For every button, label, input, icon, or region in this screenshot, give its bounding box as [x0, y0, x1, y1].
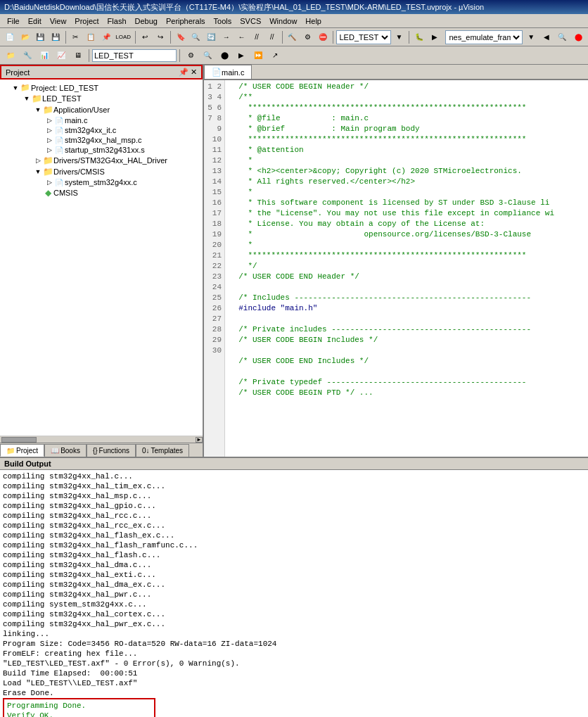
t2-btn1[interactable]: 📁: [3, 48, 18, 63]
tab-templates-icon: 0↓: [142, 447, 150, 455]
stop-debug-btn[interactable]: ⬤: [572, 30, 586, 45]
target-name-input[interactable]: [92, 49, 177, 62]
menu-item-flash[interactable]: Flash: [103, 15, 131, 27]
expand-cmsis-d[interactable]: ▼: [34, 168, 42, 175]
cut-btn[interactable]: ✂: [69, 30, 83, 45]
new-btn[interactable]: 📄: [3, 30, 17, 45]
menu-item-svcs[interactable]: SVCS: [236, 15, 265, 27]
tab-project-icon: 📁: [6, 447, 15, 455]
hal-driver-label: Drivers/STM32G4xx_HAL_Driver: [53, 156, 167, 165]
t2-btn4[interactable]: 📈: [53, 48, 69, 63]
search-back-btn[interactable]: ◀: [539, 30, 554, 45]
redo-btn[interactable]: ↪: [153, 30, 167, 45]
stop-btn[interactable]: ⛔: [316, 30, 330, 45]
comment-btn[interactable]: //: [250, 30, 264, 45]
expand-root[interactable]: ▼: [11, 84, 20, 91]
run-btn[interactable]: ▶: [428, 30, 442, 45]
tab-books[interactable]: 📖 Books: [44, 444, 87, 457]
sep3: [170, 31, 171, 44]
outdent-btn[interactable]: ←: [235, 30, 249, 45]
uncomment-btn[interactable]: //: [265, 30, 279, 45]
t2-btn6[interactable]: ⚙: [183, 48, 198, 63]
menu-item-tools[interactable]: Tools: [210, 15, 236, 27]
t2-btn11[interactable]: ↗: [267, 48, 283, 63]
expand-sys[interactable]: ▷: [45, 179, 53, 186]
tree-root[interactable]: ▼ 📁 Project: LED_TEST: [0, 82, 203, 93]
t2-btn9[interactable]: ▶: [234, 48, 249, 63]
code-tab-main-c[interactable]: 📄 main.c: [204, 65, 252, 79]
tree-startup-s[interactable]: ▷ 📄 startup_stm32g431xx.s: [0, 145, 203, 155]
target-dropdown[interactable]: LED_TEST: [336, 30, 391, 44]
h-scroll-right[interactable]: ▶: [196, 437, 203, 443]
menu-item-view[interactable]: View: [46, 15, 71, 27]
tree-it-c[interactable]: ▷ 📄 stm32g4xx_it.c: [0, 125, 203, 135]
tree-msp-c[interactable]: ▷ 📄 stm32g4xx_hal_msp.c: [0, 135, 203, 145]
code-content[interactable]: /* USER CODE BEGIN Header */ /** *******…: [225, 80, 588, 457]
h-scroll-thumb[interactable]: [1, 437, 37, 443]
t2-btn5[interactable]: 🖥: [70, 48, 86, 63]
tree-hal-driver[interactable]: ▷ 📁 Drivers/STM32G4xx_HAL_Driver: [0, 155, 203, 166]
tree-led-test[interactable]: ▼ 📁 LED_TEST: [0, 93, 203, 104]
menu-item-window[interactable]: Window: [265, 15, 301, 27]
project-header-label: Project: [6, 68, 30, 77]
expand-main[interactable]: ▷: [45, 117, 53, 124]
open-btn[interactable]: 📂: [18, 30, 32, 45]
target-select[interactable]: LED_TEST: [337, 31, 390, 44]
menu-item-help[interactable]: Help: [301, 15, 326, 27]
build-header: Build Output: [0, 458, 588, 470]
main-c-label: main.c: [65, 116, 87, 125]
menu-item-project[interactable]: Project: [70, 15, 103, 27]
tab-books-icon: 📖: [51, 447, 59, 455]
menu-bar: FileEditViewProjectFlashDebugPeripherals…: [0, 14, 588, 28]
find-btn[interactable]: 🔍: [189, 30, 203, 45]
t2-btn2[interactable]: 🔧: [20, 48, 35, 63]
menu-item-edit[interactable]: Edit: [24, 15, 46, 27]
sep6: [409, 31, 409, 44]
title-text: D:\BaiduNetdiskDownload\国信长天嵌入式实训平台（CT11…: [4, 2, 484, 13]
system-c-label: system_stm32g4xx.c: [65, 178, 137, 186]
undo-btn[interactable]: ↩: [139, 30, 153, 45]
bookmark-btn[interactable]: 🔖: [174, 30, 188, 45]
tree-app-user[interactable]: ▼ 📁 Application/User: [0, 104, 203, 115]
expand-led[interactable]: ▼: [23, 95, 31, 102]
t2-btn10[interactable]: ⏩: [250, 48, 266, 63]
indent-btn[interactable]: →: [219, 30, 234, 45]
save-all-btn[interactable]: 💾: [49, 30, 63, 45]
t2-btn8[interactable]: ⬤: [217, 48, 232, 63]
menu-item-file[interactable]: File: [3, 15, 24, 27]
expand-hal[interactable]: ▷: [34, 157, 42, 164]
search-fwd-btn[interactable]: 🔍: [555, 30, 569, 45]
h-scrollbar[interactable]: ▶: [0, 436, 203, 443]
search-go-btn[interactable]: ▼: [524, 30, 538, 45]
menu-item-debug[interactable]: Debug: [131, 15, 162, 27]
t2-btn7[interactable]: 🔍: [200, 48, 215, 63]
target-options-btn[interactable]: ▼: [392, 30, 407, 45]
expand-msp[interactable]: ▷: [45, 137, 53, 144]
save-btn[interactable]: 💾: [33, 30, 47, 45]
rebuild-btn[interactable]: ⚙: [300, 30, 314, 45]
t2-btn3[interactable]: 📊: [37, 48, 52, 63]
tree-main-c[interactable]: ▷ 📄 main.c: [0, 115, 203, 125]
tab-project[interactable]: 📁 Project: [0, 444, 44, 457]
tab-functions[interactable]: {} Functions: [87, 444, 136, 457]
tab-templates-label: Templates: [151, 447, 184, 455]
copy-btn[interactable]: 📋: [84, 30, 98, 45]
tab-templates[interactable]: 0↓ Templates: [136, 444, 189, 457]
tree-system-c[interactable]: ▷ 📄 system_stm32g4xx.c: [0, 177, 203, 187]
build-btn[interactable]: 🔨: [286, 30, 300, 45]
tree-cmsis[interactable]: ◆ CMSIS: [0, 187, 203, 198]
expand-startup[interactable]: ▷: [45, 146, 53, 153]
load-btn[interactable]: LOAD: [115, 30, 132, 45]
expand-app[interactable]: ▼: [34, 106, 42, 113]
search-dropdown[interactable]: nes_emulate_frame: [445, 30, 523, 44]
project-tabs: 📁 Project 📖 Books {} Functions 0↓ Templa…: [0, 443, 203, 457]
debug-btn[interactable]: 🐛: [412, 30, 426, 45]
replace-btn[interactable]: 🔄: [204, 30, 218, 45]
app-user-label: Application/User: [53, 106, 110, 114]
tab-books-label: Books: [60, 447, 80, 455]
menu-item-peripherals[interactable]: Peripherals: [162, 15, 210, 27]
paste-btn[interactable]: 📌: [99, 30, 113, 45]
search-select[interactable]: nes_emulate_frame: [446, 31, 522, 44]
tree-cmsis-drivers[interactable]: ▼ 📁 Drivers/CMSIS: [0, 166, 203, 177]
expand-it[interactable]: ▷: [45, 127, 53, 134]
